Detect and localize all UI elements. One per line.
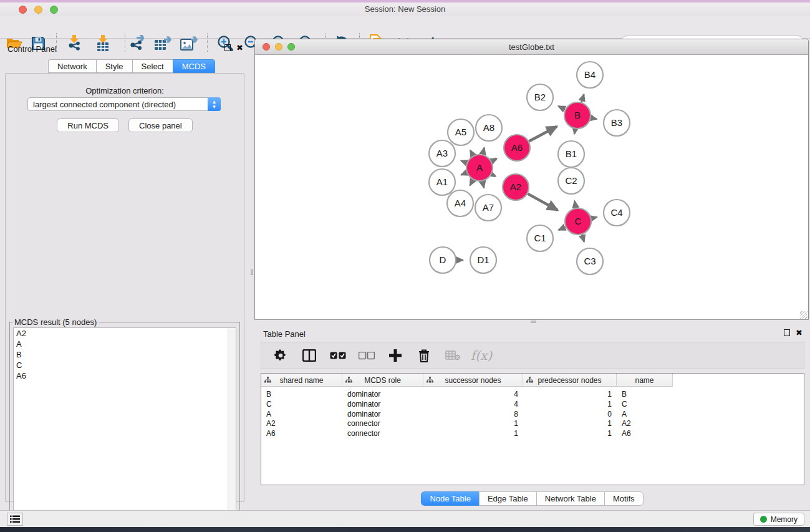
cell-name[interactable]: A bbox=[617, 409, 673, 419]
graph-edge-C-C4[interactable] bbox=[591, 217, 597, 218]
tab-node-table[interactable]: Node Table bbox=[421, 491, 479, 506]
tab-network[interactable]: Network bbox=[48, 59, 96, 73]
tab-network-table[interactable]: Network Table bbox=[536, 491, 604, 506]
cell-shared-name[interactable]: B bbox=[261, 389, 342, 399]
close-panel-button[interactable]: Close panel bbox=[128, 118, 193, 132]
cell-successor-nodes[interactable]: 8 bbox=[423, 409, 523, 419]
graph-node-A4[interactable]: A4 bbox=[447, 190, 473, 216]
graph-node-A3[interactable]: A3 bbox=[429, 140, 455, 167]
graph-edge-B-B3[interactable] bbox=[591, 118, 597, 119]
cell-shared-name[interactable]: A2 bbox=[261, 418, 342, 428]
network-canvas[interactable]: B4B2BB3A5A8A6B1A3AC2A1A2A4A7C4CC1C3DD1 bbox=[255, 55, 808, 319]
cell-MCDS-role[interactable]: dominator bbox=[342, 389, 423, 399]
column-header-successor-nodes[interactable]: successor nodes bbox=[423, 374, 523, 387]
graph-edge-A-A8[interactable] bbox=[483, 148, 485, 155]
graph-edge-B-B4[interactable] bbox=[581, 94, 584, 102]
cell-successor-nodes[interactable]: 1 bbox=[423, 418, 523, 428]
graph-edge-A-A6[interactable] bbox=[491, 159, 496, 162]
cell-successor-nodes[interactable]: 1 bbox=[423, 428, 523, 438]
optimization-criterion-dropdown[interactable]: largest connected component (directed) ▲… bbox=[27, 97, 221, 111]
cell-shared-name[interactable]: C bbox=[261, 399, 342, 409]
graph-edge-B-B2[interactable] bbox=[558, 106, 565, 109]
vertical-split-divider[interactable] bbox=[249, 39, 254, 510]
run-mcds-button[interactable]: Run MCDS bbox=[57, 118, 119, 132]
graph-edge-B-B1[interactable] bbox=[574, 129, 575, 134]
column-header-name[interactable]: name bbox=[617, 374, 673, 387]
memory-button[interactable]: Memory bbox=[753, 513, 804, 526]
graph-node-A7[interactable]: A7 bbox=[475, 195, 501, 221]
close-table-panel-icon[interactable]: ✖ bbox=[796, 329, 803, 336]
graph-node-B4[interactable]: B4 bbox=[577, 62, 603, 88]
result-scrollbar[interactable] bbox=[228, 328, 236, 530]
column-header-shared-name[interactable]: shared name bbox=[261, 374, 342, 387]
result-list-item[interactable]: B bbox=[14, 349, 236, 360]
table-row-C[interactable]: Cdominator41C bbox=[261, 399, 673, 409]
result-list-item[interactable]: A2 bbox=[14, 328, 236, 339]
delete-column-icon[interactable] bbox=[416, 347, 432, 364]
tab-select[interactable]: Select bbox=[132, 59, 173, 73]
tab-edge-table[interactable]: Edge Table bbox=[479, 491, 536, 506]
column-header-predecessor-nodes[interactable]: predecessor nodes bbox=[523, 374, 617, 387]
graph-node-A8[interactable]: A8 bbox=[476, 115, 502, 141]
graph-node-A5[interactable]: A5 bbox=[448, 119, 474, 145]
graph-edge-A-A1[interactable] bbox=[461, 173, 466, 175]
graph-node-C1[interactable]: C1 bbox=[527, 225, 553, 251]
cell-MCDS-role[interactable]: dominator bbox=[342, 399, 423, 409]
graph-node-B3[interactable]: B3 bbox=[604, 110, 630, 136]
graph-node-A6[interactable]: A6 bbox=[504, 135, 530, 161]
graph-node-B2[interactable]: B2 bbox=[527, 84, 553, 110]
select-all-columns-icon[interactable] bbox=[330, 347, 346, 364]
cell-MCDS-role[interactable]: connector bbox=[342, 428, 423, 438]
cell-predecessor-nodes[interactable]: 1 bbox=[523, 389, 617, 399]
cell-shared-name[interactable]: A6 bbox=[261, 428, 342, 438]
graph-edge-C-C2[interactable] bbox=[574, 201, 576, 208]
float-panel-icon[interactable] bbox=[224, 44, 231, 51]
cell-name[interactable]: A2 bbox=[617, 418, 673, 428]
result-list-item[interactable]: A bbox=[14, 339, 236, 349]
graph-edge-A6-B[interactable] bbox=[529, 127, 557, 142]
graph-edge-A-A3[interactable] bbox=[461, 161, 466, 163]
table-row-A2[interactable]: A2connector11A2 bbox=[261, 418, 673, 428]
graph-node-A[interactable]: A bbox=[466, 155, 493, 181]
close-panel-icon[interactable]: ✖ bbox=[236, 44, 243, 51]
result-list-item[interactable]: A6 bbox=[14, 370, 236, 381]
graph-node-B1[interactable]: B1 bbox=[558, 141, 584, 167]
cell-predecessor-nodes[interactable]: 0 bbox=[523, 409, 617, 419]
window-resize-grip[interactable] bbox=[800, 311, 808, 319]
graph-node-A1[interactable]: A1 bbox=[429, 169, 455, 195]
cell-name[interactable]: A6 bbox=[617, 428, 673, 438]
graph-node-D[interactable]: D bbox=[430, 247, 456, 273]
graph-edge-C-C3[interactable] bbox=[582, 235, 584, 242]
show-column-panel-icon[interactable] bbox=[301, 347, 317, 364]
cell-shared-name[interactable]: A bbox=[261, 409, 342, 419]
result-list-item[interactable]: C bbox=[14, 360, 236, 370]
tab-style[interactable]: Style bbox=[96, 59, 132, 73]
table-row-A6[interactable]: A6connector11A6 bbox=[261, 428, 673, 438]
graph-edge-A-A4[interactable] bbox=[470, 180, 473, 185]
cell-name[interactable]: B bbox=[617, 389, 673, 399]
graph-node-C2[interactable]: C2 bbox=[558, 168, 584, 194]
graph-node-D1[interactable]: D1 bbox=[470, 247, 496, 273]
column-header-MCDS-role[interactable]: MCDS role bbox=[342, 374, 423, 387]
add-column-icon[interactable] bbox=[387, 347, 403, 364]
graph-edge-C-C1[interactable] bbox=[559, 227, 566, 230]
divider-grip[interactable] bbox=[251, 269, 253, 275]
float-table-panel-icon[interactable] bbox=[784, 329, 790, 336]
table-row-B[interactable]: Bdominator41B bbox=[261, 389, 673, 399]
graph-node-B[interactable]: B bbox=[564, 102, 591, 128]
deselect-all-columns-icon[interactable] bbox=[359, 347, 375, 364]
graph-edge-A2-C[interactable] bbox=[528, 194, 557, 210]
graph-node-C[interactable]: C bbox=[565, 208, 591, 235]
cell-predecessor-nodes[interactable]: 1 bbox=[523, 399, 617, 409]
cell-successor-nodes[interactable]: 4 bbox=[423, 399, 523, 409]
settings-gear-icon[interactable] bbox=[272, 347, 289, 364]
graph-node-C4[interactable]: C4 bbox=[604, 200, 630, 226]
cell-MCDS-role[interactable]: dominator bbox=[342, 409, 423, 419]
cell-MCDS-role[interactable]: connector bbox=[342, 418, 423, 428]
tab-motifs[interactable]: Motifs bbox=[604, 491, 644, 506]
graph-edge-A-A2[interactable] bbox=[491, 174, 495, 176]
graph-edge-A-A5[interactable] bbox=[470, 150, 473, 156]
horizontal-split-divider[interactable] bbox=[254, 320, 810, 324]
graph-edge-A-A7[interactable] bbox=[483, 181, 484, 188]
cell-name[interactable]: C bbox=[617, 399, 673, 409]
